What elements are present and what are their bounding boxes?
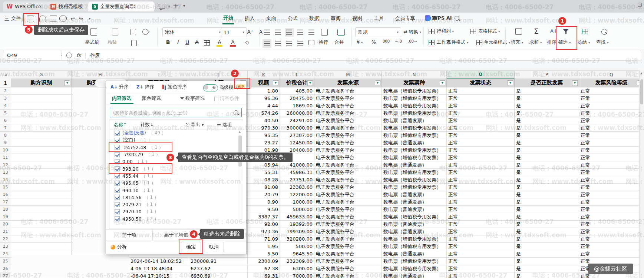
cell[interactable]: 正常: [447, 184, 515, 191]
cell[interactable]: 0.90: [248, 198, 280, 206]
cell[interactable]: [11, 102, 72, 110]
cell[interactable]: 正常: [579, 110, 644, 117]
checkbox-checked-icon[interactable]: [115, 188, 120, 193]
cell[interactable]: 08.28: [248, 176, 280, 184]
filter-item-value[interactable]: 2079.21: [122, 202, 142, 207]
decrease-indent-icon[interactable]: [297, 30, 303, 35]
cell[interactable]: 4.44: [248, 102, 280, 110]
checkbox-checked-icon[interactable]: [115, 202, 120, 207]
filter-list-item[interactable]: 455.44（ 1 ）: [109, 173, 238, 180]
column-letter-P[interactable]: P: [515, 71, 579, 79]
filter-list-item[interactable]: 495.05（ 1 ）: [109, 180, 238, 187]
sort-button[interactable]: 排序 ▾: [547, 39, 560, 46]
column-header-5[interactable]: 税额▼: [248, 78, 280, 87]
cell[interactable]: 数电票（增值税专用发票）: [382, 243, 447, 250]
cell[interactable]: 数电票（增值税专用发票）: [382, 154, 447, 161]
row-number[interactable]: 27: [0, 272, 11, 278]
row-number[interactable]: 26: [0, 265, 11, 272]
cell[interactable]: 20475.00: [280, 95, 314, 102]
cell[interactable]: 数电票（普通发票）: [382, 250, 447, 258]
cell[interactable]: 电子发票服务平台: [314, 110, 382, 117]
cell[interactable]: 27307.00: [280, 132, 314, 139]
column-letter-L[interactable]: L: [280, 71, 314, 79]
cell[interactable]: 正常: [447, 95, 515, 102]
cell[interactable]: 69.31: [248, 272, 280, 278]
cell[interactable]: 正常: [447, 161, 515, 169]
cell[interactable]: 是: [515, 272, 579, 278]
cell[interactable]: [11, 243, 72, 250]
cell[interactable]: 正常: [579, 95, 644, 102]
cell[interactable]: 1000.00: [280, 198, 314, 206]
wrap-text-button[interactable]: 换行: [319, 39, 328, 46]
row-number[interactable]: 20: [0, 221, 11, 228]
thousands-button[interactable]: 000: [383, 39, 390, 43]
cell[interactable]: 正常: [447, 206, 515, 213]
scroll-up-icon[interactable]: ▲: [239, 130, 241, 133]
cell[interactable]: 电子发票服务平台: [314, 161, 382, 169]
filter-item-value[interactable]: 990.10: [122, 188, 139, 193]
cell[interactable]: 是: [515, 169, 579, 176]
cell[interactable]: 正常: [447, 243, 515, 250]
column-header-10[interactable]: 是否正数发票▼: [515, 78, 579, 87]
checkbox-checked-icon[interactable]: [115, 145, 120, 150]
filter-search-box[interactable]: [110, 108, 242, 117]
cell[interactable]: 数电票（普通发票）: [382, 206, 447, 213]
cell[interactable]: 数电票（增值税专用发票）: [382, 102, 447, 110]
cell[interactable]: 电子发票服务平台: [314, 117, 382, 124]
cell[interactable]: 96.36: [248, 95, 280, 102]
cell[interactable]: 是: [515, 258, 579, 265]
filter-search-input[interactable]: [110, 110, 234, 115]
cell[interactable]: 数电票（普通发票）: [382, 117, 447, 124]
cell[interactable]: 正常: [579, 235, 644, 243]
row-number[interactable]: 7: [0, 124, 11, 132]
italic-button[interactable]: I: [174, 39, 182, 45]
cell[interactable]: 是: [515, 147, 579, 154]
cell[interactable]: 正常: [579, 147, 644, 154]
cell[interactable]: 71.09: [248, 235, 280, 243]
align-top-icon[interactable]: [264, 30, 270, 35]
cell[interactable]: 电子发票服务平台: [314, 95, 382, 102]
column-header-1[interactable]: 购方识别▼: [11, 78, 72, 87]
cell[interactable]: 230008.91: [189, 258, 248, 265]
fill-button[interactable]: 填充 ▾: [511, 39, 524, 46]
cell[interactable]: 数电票（普通发票）: [382, 272, 447, 278]
sort-by-count-button[interactable]: 计数↓: [141, 122, 153, 128]
cell[interactable]: 1.80: [248, 87, 280, 95]
format-painter-icon[interactable]: [90, 28, 97, 36]
formula-bar[interactable]: fx 作废: [62, 50, 641, 61]
column-filter-arrow-icon[interactable]: ▼: [65, 80, 70, 86]
row-number[interactable]: 1: [0, 78, 11, 87]
cell[interactable]: 电子发票服务平台: [314, 228, 382, 235]
column-letter-O[interactable]: O: [447, 71, 515, 79]
cell[interactable]: [11, 154, 72, 161]
cell[interactable]: 正常: [579, 221, 644, 228]
cell[interactable]: 数电票（增值税专用发票）: [382, 87, 447, 95]
row-number[interactable]: 8: [0, 132, 11, 139]
rows-columns-button[interactable]: 行和列 ▾: [437, 28, 454, 34]
quickbar-more-icon[interactable]: ▾: [86, 15, 93, 22]
cell[interactable]: [11, 169, 72, 176]
search-icon[interactable]: [455, 16, 459, 21]
cell[interactable]: 电子发票服务平台: [314, 235, 382, 243]
cell[interactable]: 20.79: [248, 191, 280, 198]
cell[interactable]: 是: [515, 132, 579, 139]
cell[interactable]: 6930.69: [189, 272, 248, 278]
filter-item-value[interactable]: 0.00: [122, 159, 133, 164]
find-button[interactable]: 查找 ▾: [596, 39, 609, 46]
cell[interactable]: 41000.00: [280, 161, 314, 169]
print-icon[interactable]: [50, 16, 57, 21]
table-style-button[interactable]: 表格样式 ▾: [478, 28, 500, 34]
cell[interactable]: 数电票（普通发票）: [382, 228, 447, 235]
filter-item-value[interactable]: 1814.56: [122, 195, 142, 200]
ribbon-tab-会员专享[interactable]: 会员专享: [394, 13, 416, 24]
column-letter-G[interactable]: G: [11, 71, 72, 79]
cell[interactable]: 正常: [447, 250, 515, 258]
column-letter-I[interactable]: I: [129, 71, 189, 79]
cell[interactable]: 数电票（增值税专用发票）: [382, 124, 447, 132]
file-menu[interactable]: 文件: [11, 15, 21, 22]
underline-button[interactable]: U: [183, 39, 191, 45]
cell[interactable]: 是: [515, 95, 579, 102]
row-number[interactable]: 2: [0, 87, 11, 95]
cell[interactable]: 电子发票服务平台: [314, 154, 382, 161]
increase-decimal-button[interactable]: .00→: [408, 39, 417, 43]
